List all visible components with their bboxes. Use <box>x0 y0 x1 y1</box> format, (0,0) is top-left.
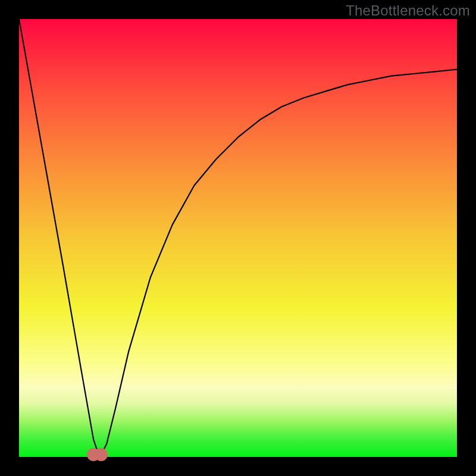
bottleneck-curve-path <box>19 19 457 453</box>
curve-svg <box>19 19 457 457</box>
plot-area <box>19 19 457 457</box>
min-marker-2 <box>95 448 108 461</box>
chart-frame: TheBottleneck.com <box>0 0 476 476</box>
watermark-text: TheBottleneck.com <box>346 2 470 19</box>
